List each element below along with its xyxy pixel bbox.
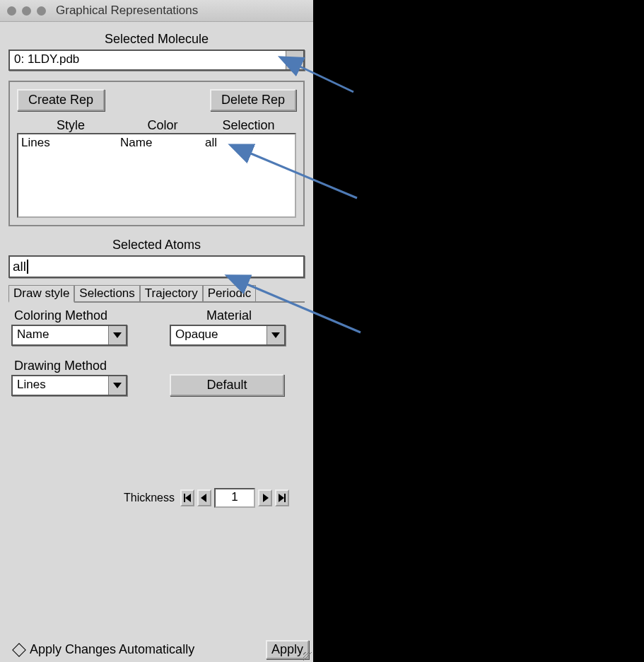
selected-atoms-input[interactable]: all [8,255,305,278]
drawing-method-dropdown[interactable]: Lines [11,375,127,396]
close-icon[interactable] [7,6,16,16]
footer: Apply Changes Automatically Apply [0,640,313,659]
resize-handle[interactable] [300,649,313,662]
row-style: Lines [21,136,120,150]
drawing-method-label: Drawing Method [11,359,127,375]
coloring-method-dropdown[interactable]: Name [11,325,127,346]
tab-content-draw-style: Coloring Method Name Material Opaque [8,301,305,600]
material-value: Opaque [171,326,267,344]
material-label: Material [170,308,286,325]
row-selection: all [205,136,292,150]
svg-marker-1 [113,332,122,338]
coloring-method-value: Name [13,326,108,344]
rep-list-header: Style Color Selection [17,118,296,133]
row-color: Name [120,136,205,150]
tab-selections[interactable]: Selections [74,285,139,301]
zoom-icon[interactable] [37,6,46,16]
tab-bar: Draw style Selections Trajectory Periodi… [8,285,305,301]
header-style: Style [21,118,120,133]
svg-marker-8 [279,494,284,502]
svg-marker-0 [291,57,299,63]
auto-apply-toggle[interactable] [12,643,26,657]
coloring-method-label: Coloring Method [11,308,127,325]
chevron-down-icon[interactable] [286,51,303,69]
chevron-down-icon[interactable] [108,376,126,395]
thickness-next-button[interactable] [258,489,272,506]
text-caret [27,260,28,274]
svg-marker-7 [263,494,269,502]
drawing-method-value: Lines [13,376,108,395]
default-button[interactable]: Default [170,374,284,396]
chevron-down-icon[interactable] [108,326,126,344]
titlebar: Graphical Representations [0,0,313,22]
selected-atoms-value: all [13,259,26,274]
window-controls [7,6,46,16]
create-rep-button[interactable]: Create Rep [17,89,105,111]
thickness-label: Thickness [124,492,175,504]
tab-trajectory[interactable]: Trajectory [140,285,203,301]
auto-apply-label: Apply Changes Automatically [30,642,194,657]
svg-marker-6 [201,494,206,502]
header-selection: Selection [205,118,292,133]
list-item[interactable]: Lines Name all [21,136,292,150]
thickness-row: Thickness 1 [11,488,302,508]
svg-marker-5 [185,494,191,502]
selected-molecule-value: 0: 1LDY.pdb [10,51,286,69]
material-dropdown[interactable]: Opaque [170,325,286,346]
tab-periodic[interactable]: Periodic [203,285,256,301]
thickness-prev-button[interactable] [197,489,211,506]
tab-draw-style[interactable]: Draw style [8,285,74,303]
svg-marker-2 [271,332,280,338]
svg-rect-4 [184,494,185,502]
thickness-value[interactable]: 1 [214,488,255,508]
window-title: Graphical Representations [56,4,198,18]
header-color: Color [120,118,205,133]
representations-group: Create Rep Delete Rep Style Color Select… [8,81,305,226]
svg-rect-9 [284,494,286,502]
rep-listbox[interactable]: Lines Name all [17,133,296,218]
window: Graphical Representations Selected Molec… [0,0,313,662]
thickness-first-button[interactable] [180,489,194,506]
selected-molecule-label: Selected Molecule [8,29,305,50]
minimize-icon[interactable] [22,6,31,16]
selected-atoms-label: Selected Atoms [8,235,305,255]
chevron-down-icon[interactable] [267,326,284,344]
svg-marker-3 [113,383,122,388]
selected-molecule-dropdown[interactable]: 0: 1LDY.pdb [8,50,305,71]
thickness-last-button[interactable] [275,489,289,506]
delete-rep-button[interactable]: Delete Rep [210,89,296,111]
